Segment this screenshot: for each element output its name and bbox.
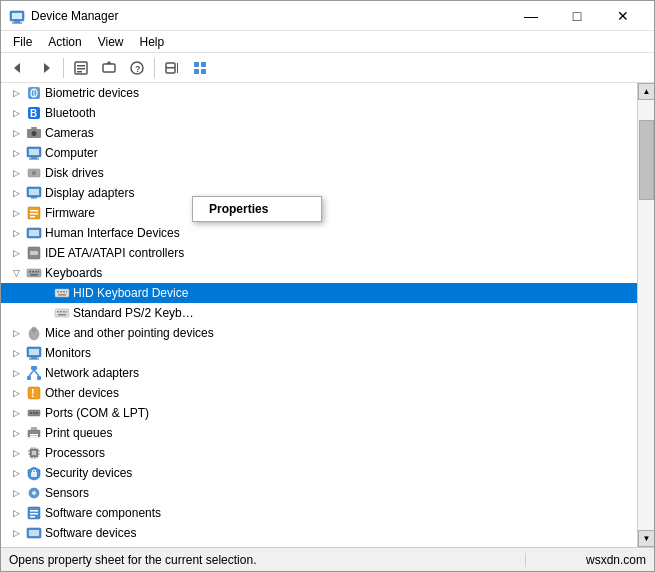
expand-icon[interactable]: ▷ [9, 326, 23, 340]
svg-rect-3 [12, 22, 22, 23]
svg-rect-58 [58, 294, 66, 296]
menu-file[interactable]: File [5, 33, 40, 51]
list-item[interactable]: ▷ Human Interface Devices [1, 223, 637, 243]
security-icon [26, 465, 42, 481]
svg-rect-47 [27, 269, 41, 277]
expand-icon[interactable]: ▷ [9, 486, 23, 500]
expand-icon[interactable]: ▷ [9, 506, 23, 520]
svg-rect-7 [77, 65, 85, 67]
firmware-icon [26, 205, 42, 221]
list-item[interactable]: ▷ Security devices [1, 463, 637, 483]
svg-rect-38 [31, 197, 37, 199]
expand-icon[interactable]: ▷ [9, 226, 23, 240]
list-item[interactable]: ▷ Disk drives [1, 163, 637, 183]
list-item[interactable]: ▷ Biometric devices [1, 83, 637, 103]
expand-icon[interactable]: ▷ [9, 526, 23, 540]
scroll-track[interactable] [638, 100, 654, 530]
help-button[interactable]: ? [124, 56, 150, 80]
menu-help[interactable]: Help [132, 33, 173, 51]
expand-icon[interactable]: ▷ [9, 466, 23, 480]
expand-icon[interactable]: ▷ [9, 126, 23, 140]
context-menu-properties[interactable]: Properties [193, 197, 321, 221]
list-item[interactable]: ▷ Sensors [1, 483, 637, 503]
network-icon [26, 365, 42, 381]
list-item[interactable]: ▷ Sound, video and game controllers [1, 543, 637, 547]
svg-rect-56 [63, 291, 65, 293]
expand-icon[interactable]: ▷ [9, 386, 23, 400]
svg-rect-31 [31, 157, 37, 159]
list-item[interactable]: ▷ Software devices [1, 523, 637, 543]
expand-icon[interactable]: ▷ [9, 406, 23, 420]
properties-button[interactable] [68, 56, 94, 80]
update-driver-button[interactable] [96, 56, 122, 80]
software-dev-icon [26, 525, 42, 541]
window-controls: — □ ✕ [508, 1, 646, 31]
keyboard-device-icon [54, 305, 70, 321]
camera-icon [26, 125, 42, 141]
item-label: Bluetooth [45, 106, 96, 120]
expand-icon[interactable]: ▽ [9, 266, 23, 280]
svg-rect-19 [194, 69, 199, 74]
vertical-scrollbar[interactable]: ▲ ▼ [637, 83, 654, 547]
close-button[interactable]: ✕ [600, 1, 646, 31]
ports-icon [26, 405, 42, 421]
list-item[interactable]: ▷ Network adapters [1, 363, 637, 383]
svg-rect-69 [29, 349, 39, 355]
maximize-button[interactable]: □ [554, 1, 600, 31]
expand-icon[interactable]: ▷ [9, 366, 23, 380]
list-item[interactable]: ▷ ! Other devices [1, 383, 637, 403]
keyboard-icon [26, 265, 42, 281]
svg-rect-41 [30, 213, 38, 215]
forward-button[interactable] [33, 56, 59, 80]
list-item[interactable]: ▷ IDE ATA/ATAPI controllers [1, 243, 637, 263]
status-bar: Opens property sheet for the current sel… [1, 547, 654, 571]
item-label: Software devices [45, 526, 136, 540]
svg-rect-57 [66, 291, 67, 293]
expand-icon[interactable]: ▷ [9, 446, 23, 460]
device-tree[interactable]: ▷ Biometric devices ▷ B Bluetooth ▷ [1, 83, 637, 547]
svg-rect-106 [29, 530, 39, 536]
svg-marker-5 [44, 63, 50, 73]
svg-point-80 [30, 412, 32, 414]
list-item[interactable]: ▷ Software components [1, 503, 637, 523]
svg-point-35 [33, 172, 35, 174]
svg-rect-1 [12, 13, 22, 19]
item-label: Ports (COM & LPT) [45, 406, 149, 420]
list-item[interactable]: Standard PS/2 Keyb… [1, 303, 637, 323]
expand-icon[interactable]: ▷ [9, 146, 23, 160]
expand-icon[interactable]: ▷ [9, 206, 23, 220]
view-button[interactable] [187, 56, 213, 80]
list-item[interactable]: ▷ Cameras [1, 123, 637, 143]
expand-icon[interactable]: ▷ [9, 166, 23, 180]
menu-view[interactable]: View [90, 33, 132, 51]
list-item[interactable]: HID Keyboard Device [1, 283, 637, 303]
list-item[interactable]: ▷ Ports (COM & LPT) [1, 403, 637, 423]
list-item[interactable]: ▷ Processors [1, 443, 637, 463]
expand-icon[interactable]: ▷ [9, 426, 23, 440]
scroll-up-button[interactable]: ▲ [638, 83, 654, 100]
title-bar: Device Manager — □ ✕ [1, 1, 654, 31]
item-label: Processors [45, 446, 105, 460]
list-item[interactable]: ▽ Keyboards [1, 263, 637, 283]
scroll-down-button[interactable]: ▼ [638, 530, 654, 547]
svg-rect-60 [57, 311, 59, 313]
back-button[interactable] [5, 56, 31, 80]
menu-action[interactable]: Action [40, 33, 89, 51]
expand-icon[interactable]: ▷ [9, 546, 23, 547]
scroll-thumb[interactable] [639, 120, 654, 200]
list-item[interactable]: ▷ Computer [1, 143, 637, 163]
list-item[interactable]: ▷ Print queues [1, 423, 637, 443]
svg-rect-46 [30, 251, 38, 255]
list-item[interactable]: ▷ B Bluetooth [1, 103, 637, 123]
minimize-button[interactable]: — [508, 1, 554, 31]
device-manager-window: Device Manager — □ ✕ File Action View He… [0, 0, 655, 572]
expand-icon[interactable]: ▷ [9, 246, 23, 260]
item-label: Standard PS/2 Keyb… [73, 306, 194, 320]
expand-icon[interactable]: ▷ [9, 86, 23, 100]
list-item[interactable]: ▷ Monitors [1, 343, 637, 363]
expand-icon[interactable]: ▷ [9, 346, 23, 360]
expand-icon[interactable]: ▷ [9, 106, 23, 120]
expand-icon[interactable]: ▷ [9, 186, 23, 200]
list-item[interactable]: ▷ Mice and other pointing devices [1, 323, 637, 343]
scan-button[interactable] [159, 56, 185, 80]
